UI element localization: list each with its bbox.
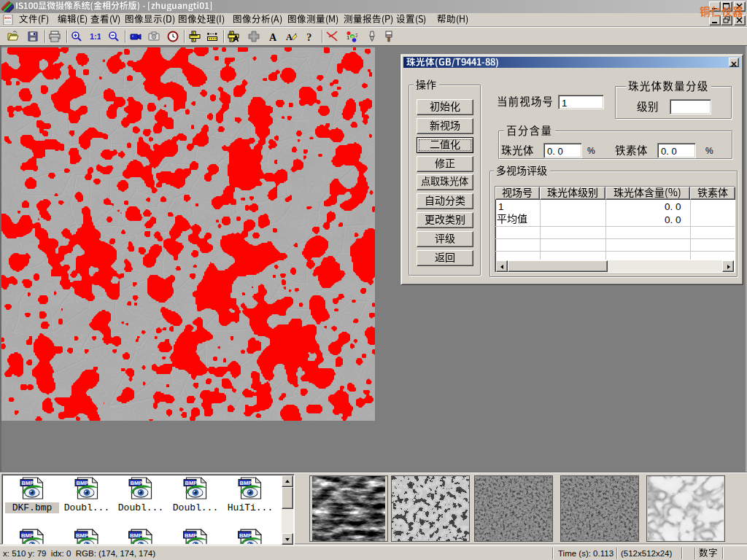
svg-text:?: ? <box>306 31 312 42</box>
svg-text:A: A <box>286 32 293 42</box>
svg-text:3: 3 <box>355 32 357 39</box>
svg-text:A: A <box>269 32 277 42</box>
svg-text:DOC: DOC <box>5 16 12 20</box>
svg-text:1:1: 1:1 <box>90 32 101 41</box>
svg-text:1: 1 <box>347 34 350 41</box>
